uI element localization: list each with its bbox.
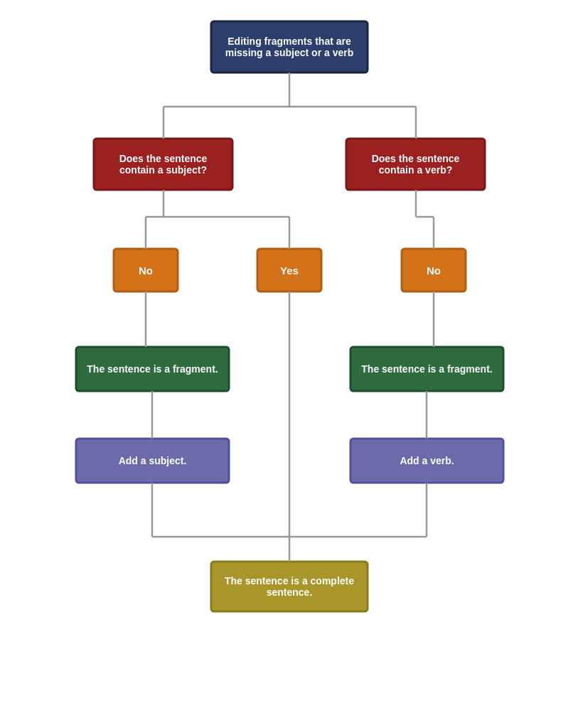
no-right: No: [402, 249, 466, 291]
add-verb: Add a verb.: [350, 439, 503, 483]
top-title: Editing fragments that are missing a sub…: [211, 21, 368, 73]
fragment-left: The sentence is a fragment.: [76, 347, 229, 391]
verb-question: Does the sentence contain a verb?: [346, 139, 485, 190]
no-left: No: [114, 249, 178, 291]
fragment-right: The sentence is a fragment.: [350, 347, 503, 391]
add-subject: Add a subject.: [76, 439, 229, 483]
complete-sentence: The sentence is a complete sentence.: [211, 562, 368, 611]
flowchart: Editing fragments that are missing a sub…: [12, 14, 567, 728]
yes-center: Yes: [257, 249, 321, 291]
subject-question: Does the sentence contain a subject?: [94, 139, 232, 190]
